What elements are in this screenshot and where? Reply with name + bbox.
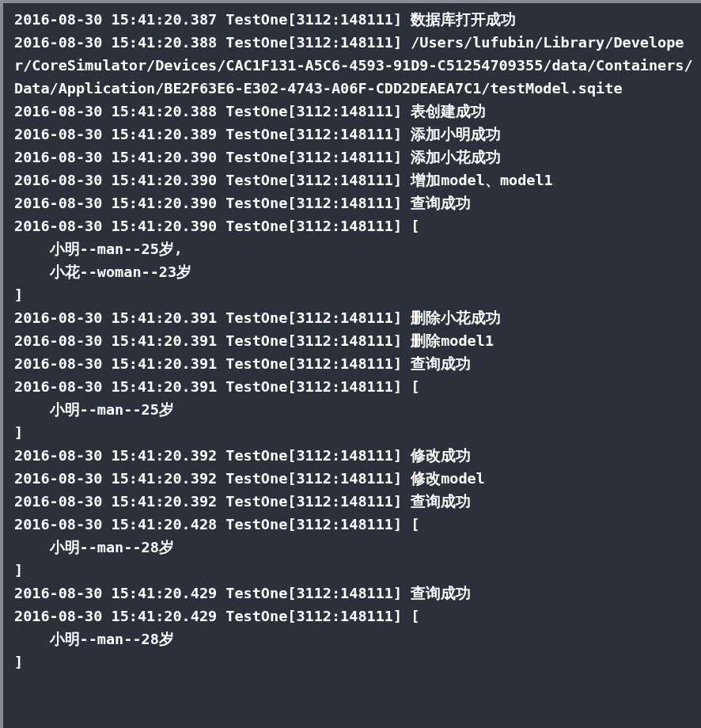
log-line: 2016-08-30 15:41:20.392 TestOne[3112:148… [14,490,695,513]
log-line: 2016-08-30 15:41:20.387 TestOne[3112:148… [14,8,695,31]
log-line: 小明--man--28岁 [14,628,695,650]
log-line: 小明--man--28岁 [14,536,695,559]
log-line: 2016-08-30 15:41:20.391 TestOne[3112:148… [14,306,695,329]
log-line: ] [14,650,695,673]
log-line: 2016-08-30 15:41:20.390 TestOne[3112:148… [14,191,695,214]
log-line: 2016-08-30 15:41:20.388 TestOne[3112:148… [14,100,695,123]
log-line: 2016-08-30 15:41:20.391 TestOne[3112:148… [14,375,695,398]
log-line: 小花--woman--23岁 [14,260,695,283]
log-line: 2016-08-30 15:41:20.388 TestOne[3112:148… [14,31,695,100]
log-line: 2016-08-30 15:41:20.392 TestOne[3112:148… [14,467,695,490]
log-line: 2016-08-30 15:41:20.392 TestOne[3112:148… [14,444,695,467]
log-line: 2016-08-30 15:41:20.428 TestOne[3112:148… [14,513,695,536]
log-line: 2016-08-30 15:41:20.390 TestOne[3112:148… [14,214,695,237]
log-line: 2016-08-30 15:41:20.429 TestOne[3112:148… [14,605,695,628]
log-line: 小明--man--25岁, [14,237,695,260]
log-line: 2016-08-30 15:41:20.390 TestOne[3112:148… [14,169,695,191]
log-line: ] [14,421,695,444]
log-line: 2016-08-30 15:41:20.391 TestOne[3112:148… [14,329,695,352]
console-output[interactable]: 2016-08-30 15:41:20.387 TestOne[3112:148… [3,3,701,673]
log-line: ] [14,559,695,582]
log-line: 2016-08-30 15:41:20.391 TestOne[3112:148… [14,352,695,375]
log-line: 2016-08-30 15:41:20.389 TestOne[3112:148… [14,123,695,146]
log-line: 小明--man--25岁 [14,398,695,421]
log-line: 2016-08-30 15:41:20.429 TestOne[3112:148… [14,582,695,605]
log-line: ] [14,283,695,306]
log-line: 2016-08-30 15:41:20.390 TestOne[3112:148… [14,146,695,169]
